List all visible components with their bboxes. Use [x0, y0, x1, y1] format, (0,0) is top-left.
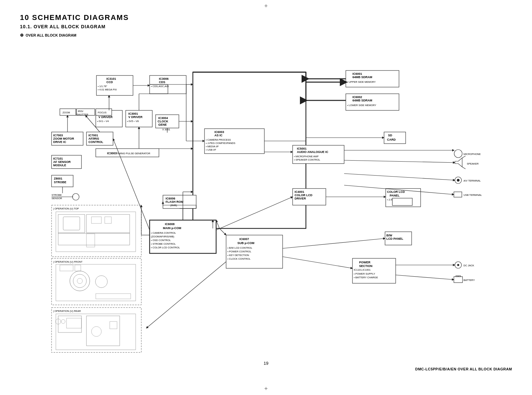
svg-point-59	[72, 194, 79, 200]
svg-rect-163	[110, 322, 117, 329]
svg-text:MODULE: MODULE	[53, 164, 66, 167]
svg-rect-138	[105, 217, 111, 223]
svg-text:COLOR LCD: COLOR LCD	[387, 190, 405, 194]
svg-point-152	[95, 276, 107, 288]
svg-rect-128	[456, 276, 458, 277]
svg-rect-122	[454, 192, 462, 197]
svg-text:| OPERATION (U) FRONT: | OPERATION (U) FRONT	[53, 260, 82, 263]
svg-text:STROBE: STROBE	[52, 194, 62, 197]
crosshair-bottom: +	[264, 385, 268, 392]
svg-text:POWER: POWER	[359, 261, 371, 264]
svg-point-149	[77, 278, 82, 284]
svg-line-209	[219, 228, 226, 235]
svg-text:• 0V5～V8: • 0V5～V8	[127, 120, 139, 123]
page-number: 19	[20, 361, 512, 366]
diagram-area: text { font-family: Arial, Helvetica, sa…	[20, 42, 512, 358]
svg-point-148	[73, 274, 86, 288]
svg-rect-127	[454, 277, 463, 283]
footer-label: DMC-LC5PP/E/B/A/EN OVER ALL BLOCK DIAGRA…	[20, 367, 512, 371]
svg-rect-135	[63, 217, 80, 230]
svg-text:IC7101: IC7101	[53, 157, 63, 160]
svg-text:IC6003: IC6003	[214, 130, 224, 134]
svg-text:CONTROL: CONTROL	[88, 140, 103, 144]
diagram-label: ⊕ OVER ALL BLOCK DIAGRAM	[20, 33, 512, 38]
svg-line-116	[462, 156, 466, 158]
svg-text:| OPERATION (U) TOP: | OPERATION (U) TOP	[53, 207, 79, 210]
page-title: 10 SCHEMATIC DIAGRAMS	[20, 13, 512, 22]
svg-text:ZOOM MOTOR: ZOOM MOTOR	[53, 137, 74, 140]
svg-text:IC3001: IC3001	[128, 112, 138, 115]
svg-line-187	[344, 160, 455, 163]
schematic-svg: text { font-family: Arial, Helvetica, sa…	[20, 42, 512, 358]
svg-point-147	[70, 271, 90, 291]
svg-text:• 1/1.76": • 1/1.76"	[98, 85, 107, 88]
svg-text:SUB μ-COM: SUB μ-COM	[237, 241, 254, 245]
svg-text:A/V TERMINAL: A/V TERMINAL	[464, 179, 481, 182]
svg-text:DRIVER: DRIVER	[295, 197, 306, 200]
svg-text:IC5001: IC5001	[297, 147, 307, 150]
svg-text:SHUTTER: SHUTTER	[76, 113, 88, 116]
svg-point-162	[91, 327, 101, 336]
svg-text:• CAMERA PROCESS: • CAMERA PROCESS	[206, 138, 231, 141]
svg-line-201	[283, 257, 352, 268]
svg-text:FOCUS: FOCUS	[98, 111, 106, 114]
svg-text:FLASH ROM: FLASH ROM	[166, 200, 184, 203]
svg-rect-151	[75, 265, 81, 271]
svg-text:IC6006: IC6006	[166, 197, 175, 200]
svg-text:SECTION: SECTION	[359, 264, 372, 268]
svg-text:• UPPER SIDE MEMORY: • UPPER SIDE MEMORY	[347, 80, 376, 83]
svg-rect-129	[459, 276, 461, 277]
svg-text:IC7003: IC7003	[53, 134, 63, 137]
svg-text:V DRIVER: V DRIVER	[128, 115, 143, 119]
svg-point-120	[457, 179, 460, 182]
svg-text:V DRIVER: V DRIVER	[98, 115, 113, 119]
svg-text:CDS: CDS	[159, 80, 165, 84]
svg-text:IC6008: IC6008	[165, 222, 175, 226]
svg-text:AUDIO ANALOGUE IC: AUDIO ANALOGUE IC	[297, 150, 329, 154]
svg-text:• KEY DETECTION: • KEY DETECTION	[227, 254, 249, 257]
svg-text:• POWER SUPPLY: • POWER SUPPLY	[354, 272, 375, 275]
svg-text:AF SENSOR: AF SENSOR	[53, 160, 71, 164]
svg-text:ZOOM: ZOOM	[63, 111, 70, 114]
svg-text:• MICROPHONE AMP: • MICROPHONE AMP	[294, 155, 319, 158]
svg-text:Z8001: Z8001	[54, 177, 63, 180]
svg-line-203	[396, 275, 454, 280]
svg-point-113	[454, 150, 462, 158]
svg-text:BATTERY: BATTERY	[464, 279, 475, 282]
page: + + 10 SCHEMATIC DIAGRAMS 10.1. OVER ALL…	[0, 0, 532, 395]
svg-text:• COLOR LCD CONTROL: • COLOR LCD CONTROL	[151, 246, 180, 249]
svg-text:• SPEAKER CONTROL: • SPEAKER CONTROL	[294, 158, 320, 161]
svg-text:• POWER CONTROL: • POWER CONTROL	[227, 250, 251, 253]
svg-text:CARD: CARD	[387, 138, 396, 141]
svg-text:• CLOCK CONTROL: • CLOCK CONTROL	[227, 257, 250, 260]
svg-text:TIMING PULSE GENERATOR: TIMING PULSE GENERATOR	[116, 152, 150, 155]
svg-text:MICROPHONE: MICROPHONE	[464, 153, 481, 156]
svg-text:STROBE: STROBE	[54, 181, 66, 184]
svg-text:| OPERATION (U) REAR: | OPERATION (U) REAR	[53, 310, 81, 313]
svg-text:AS IC: AS IC	[214, 134, 223, 137]
svg-text:X 3001: X 3001	[162, 128, 170, 131]
section-title: 10.1. OVER ALL BLOCK DIAGRAM	[20, 24, 512, 29]
svg-line-117	[462, 167, 466, 169]
svg-text:• LOWER SIDE MEMORY: • LOWER SIDE MEMORY	[347, 104, 376, 107]
svg-rect-160	[66, 318, 81, 328]
svg-text:B/W: B/W	[386, 234, 392, 237]
svg-rect-80	[392, 198, 412, 205]
svg-text:DRIVE IC: DRIVE IC	[53, 140, 66, 144]
svg-rect-150	[60, 265, 73, 271]
svg-text:• MEDIA I/F: • MEDIA I/F	[206, 145, 219, 148]
svg-text:• STROBE CONTROL: • STROBE CONTROL	[151, 242, 176, 245]
svg-point-125	[457, 264, 459, 266]
svg-text:IC3101: IC3101	[106, 77, 116, 80]
svg-rect-137	[91, 217, 101, 223]
svg-rect-153	[96, 294, 131, 299]
svg-rect-157	[58, 316, 81, 332]
svg-text:64MB SDRAM: 64MB SDRAM	[352, 75, 372, 79]
crosshair-top: +	[264, 3, 268, 10]
svg-text:IC4001: IC4001	[295, 190, 304, 194]
svg-text:• J-PEG COMP/EXPANDS: • J-PEG COMP/EXPANDS	[206, 142, 235, 145]
svg-text:IC6002: IC6002	[352, 95, 362, 99]
svg-line-189	[344, 174, 455, 180]
svg-text:DC JACK: DC JACK	[464, 264, 474, 267]
svg-text:GENE: GENE	[158, 123, 167, 126]
